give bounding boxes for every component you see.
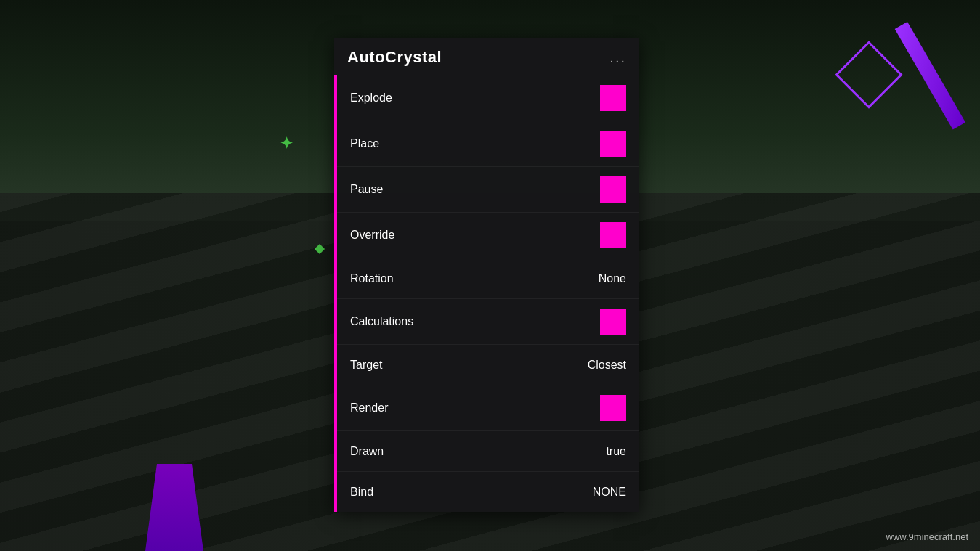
item-label-render: Render — [350, 401, 388, 415]
item-row-bind: BindNONE — [337, 471, 639, 512]
item-label-target: Target — [350, 359, 382, 372]
item-label-calculations: Calculations — [350, 315, 413, 328]
item-label-drawn: Drawn — [350, 445, 384, 458]
panel-body: ExplodePlacePauseOverrideRotationNoneCal… — [334, 75, 639, 512]
item-row-target: TargetClosest — [337, 344, 639, 385]
toggle-override[interactable] — [600, 222, 626, 248]
panel-title: AutoCrystal — [347, 48, 442, 67]
item-row-pause: Pause — [337, 166, 639, 212]
item-label-place: Place — [350, 137, 379, 150]
item-row-place: Place — [337, 121, 639, 166]
item-row-rotation: RotationNone — [337, 258, 639, 298]
toggle-place[interactable] — [600, 131, 626, 157]
item-label-rotation: Rotation — [350, 272, 394, 285]
item-row-override: Override — [337, 212, 639, 258]
toggle-pause[interactable] — [600, 176, 626, 203]
items-list: ExplodePlacePauseOverrideRotationNoneCal… — [337, 75, 639, 512]
item-row-explode: Explode — [337, 75, 639, 121]
item-label-pause: Pause — [350, 183, 383, 196]
item-row-drawn: Drawntrue — [337, 430, 639, 471]
toggle-calculations[interactable] — [600, 309, 626, 335]
toggle-explode[interactable] — [600, 85, 626, 111]
autocrystal-panel: AutoCrystal ... ExplodePlacePauseOverrid… — [334, 38, 639, 512]
value-target[interactable]: Closest — [588, 359, 626, 372]
panel-header: AutoCrystal ... — [334, 38, 639, 75]
item-row-calculations: Calculations — [337, 298, 639, 344]
watermark: www.9minecraft.net — [886, 531, 968, 542]
green-cross-icon: ✦ — [280, 134, 293, 153]
crystal-right — [777, 22, 907, 167]
panel-menu-button[interactable]: ... — [610, 49, 626, 66]
item-label-bind: Bind — [350, 486, 373, 499]
value-rotation[interactable]: None — [599, 272, 626, 285]
item-label-override: Override — [350, 229, 394, 242]
value-bind[interactable]: NONE — [593, 486, 626, 499]
item-label-explode: Explode — [350, 91, 392, 105]
toggle-render[interactable] — [600, 395, 626, 421]
item-row-render: Render — [337, 385, 639, 430]
value-drawn[interactable]: true — [606, 445, 626, 458]
